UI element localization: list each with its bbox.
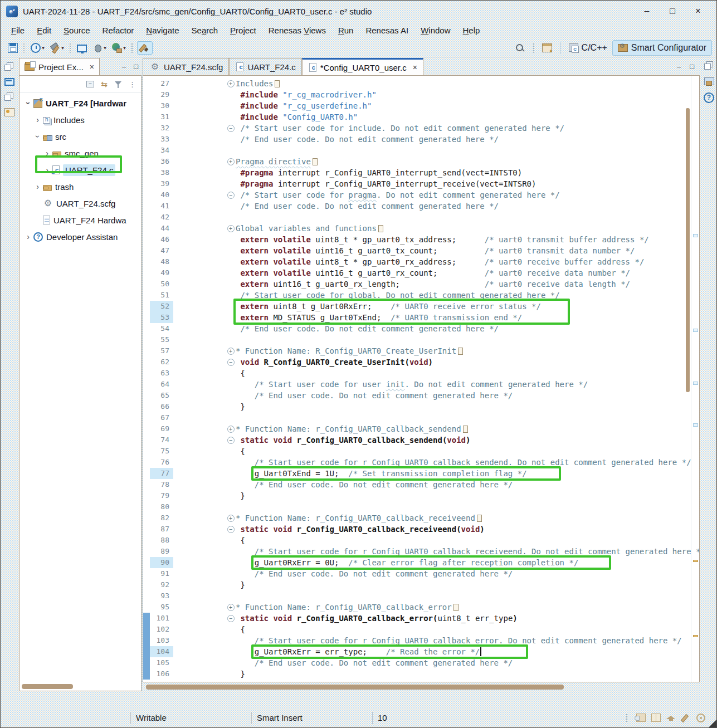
overview-marker-changed[interactable] (693, 560, 698, 562)
menu-search[interactable]: Search (186, 24, 225, 37)
dropdown-icon[interactable]: ▾ (42, 45, 45, 51)
code-line[interactable]: 103 /* Start user code for r Config UART… (143, 635, 699, 646)
fold-marker-icon[interactable]: + (226, 512, 236, 524)
minimize-view-icon[interactable]: – (122, 62, 126, 71)
close-icon[interactable]: × (90, 62, 94, 71)
code-line[interactable]: 78 /* End user code. Do not edit comment… (143, 479, 699, 490)
code-line[interactable]: 29 #include "r_cg_macrodriver.h" (143, 89, 699, 100)
code-line[interactable]: 33 /* End user code. Do not edit comment… (143, 134, 699, 145)
code-line[interactable]: 76 /* Start user code for r Config UART0… (143, 457, 699, 468)
run-button[interactable]: ▾ (110, 42, 128, 54)
overview-marker[interactable] (693, 382, 698, 385)
restore-view-icon-2[interactable] (4, 92, 14, 101)
vscroll-thumb[interactable] (686, 108, 690, 392)
fold-collapse-icon[interactable]: − (227, 526, 235, 533)
search-icon[interactable] (515, 43, 525, 53)
overview-marker[interactable] (693, 234, 698, 237)
link-with-editor-icon[interactable]: ⇆ (101, 80, 108, 89)
tutorial-icon[interactable] (666, 714, 676, 722)
code-line[interactable]: 49 extern volatile uint16_t g_uart0_rx_c… (143, 267, 699, 279)
menu-renesas-views[interactable]: Renesas Views (262, 24, 332, 37)
bookmark-icon[interactable] (636, 714, 646, 722)
overview-ruler[interactable] (691, 76, 699, 682)
hammer-button[interactable]: ▾ (48, 42, 66, 54)
monitor-button[interactable] (75, 42, 89, 53)
dropdown-icon[interactable]: ▾ (104, 45, 106, 51)
maximize-button[interactable]: □ (660, 3, 685, 19)
fold-marker-icon[interactable]: − (226, 356, 236, 368)
overview-marker[interactable] (693, 329, 698, 332)
code-line[interactable]: 30 #include "r_cg_userdefine.h" (143, 100, 699, 111)
book-icon[interactable] (651, 714, 661, 722)
project-explorer-hscrollbar[interactable] (21, 683, 140, 690)
code-line[interactable]: 55 (143, 334, 699, 345)
code-line[interactable]: 34 (143, 145, 699, 156)
code-line[interactable]: 95+* Function Name: r_Config_UART0_callb… (143, 602, 699, 613)
code-line[interactable]: 66 } (143, 401, 699, 412)
clock-button[interactable]: ▾ (29, 42, 46, 54)
hscroll-thumb[interactable] (146, 685, 564, 690)
restore-view-icon[interactable] (704, 61, 714, 70)
resize-grip[interactable] (709, 720, 716, 727)
code-line[interactable]: 64 /* Start user code for user init. Do … (143, 379, 699, 390)
code-line[interactable]: 67 (143, 412, 699, 423)
code-line[interactable]: 79 } (143, 490, 699, 501)
code-line[interactable]: 63 { (143, 368, 699, 379)
editor-tab-uart-f24-scfg[interactable]: ⚙UART_F24.scfg (143, 58, 229, 75)
code-line[interactable]: 69+* Function Name: r_Config_UART0_callb… (143, 423, 699, 434)
tree-item-includes[interactable]: ›Includes (19, 111, 141, 128)
fold-collapse-icon[interactable]: − (227, 125, 235, 132)
code-line[interactable]: 102 { (143, 624, 699, 635)
tree-expander-icon[interactable]: › (43, 149, 51, 158)
fold-marker-icon[interactable]: + (226, 423, 236, 434)
menu-help[interactable]: Help (457, 24, 486, 37)
tree-expander-icon[interactable]: › (24, 232, 32, 241)
code-line[interactable]: 65 /* End user code. Do not edit comment… (143, 390, 699, 401)
code-line[interactable]: 75 { (143, 446, 699, 457)
bug-button[interactable]: ▾ (91, 42, 108, 54)
code-line[interactable]: 92 } (143, 579, 699, 590)
fold-expand-icon[interactable]: + (227, 604, 235, 611)
fold-expand-icon[interactable]: + (227, 80, 235, 87)
fold-collapse-icon[interactable]: − (227, 437, 235, 444)
dropdown-icon[interactable]: ▾ (123, 45, 126, 51)
fold-expand-icon[interactable]: + (227, 225, 235, 232)
code-line[interactable]: 50 extern uint16_t g_uart0_rx_length; /*… (143, 279, 699, 290)
fold-marker-icon[interactable]: − (226, 123, 236, 134)
code-line[interactable]: 36+Pragma directive (143, 156, 699, 167)
code-line[interactable]: 105 /* End user code. Do not edit commen… (143, 657, 699, 668)
tree-expander-icon[interactable]: › (43, 165, 51, 174)
code-line[interactable]: 57+* Function Name: R_Config_UART0_Creat… (143, 345, 699, 356)
open-perspective-icon[interactable] (542, 43, 552, 52)
code-line[interactable]: 46 extern volatile uint8_t * gp_uart0_tx… (143, 234, 699, 245)
code-line[interactable]: 101− static void r_Config_UART0_callback… (143, 613, 699, 624)
menu-project[interactable]: Project (224, 24, 262, 37)
editor-tab-uart-f24-c[interactable]: UART_F24.c (229, 58, 301, 75)
fold-collapse-icon[interactable]: − (227, 192, 235, 199)
help-icon[interactable]: ? (704, 92, 714, 103)
tree-item-developer-assistan[interactable]: ›?Developer Assistan (19, 228, 141, 245)
tree-expander-icon[interactable]: › (33, 115, 42, 124)
menu-renesas-ai[interactable]: Renesas AI (359, 24, 414, 37)
code-line[interactable]: 74− static void r_Config_UART0_callback_… (143, 434, 699, 446)
code-line[interactable]: 40− /* Start user code for pragma. Do no… (143, 189, 699, 201)
maximize-view-icon[interactable]: □ (134, 62, 138, 71)
tree-expander-icon[interactable]: › (33, 133, 42, 141)
view-menu-icon[interactable]: ⋮ (129, 80, 135, 89)
fold-expand-icon[interactable]: + (227, 158, 235, 165)
fold-marker-icon[interactable]: + (226, 156, 236, 167)
brush-button[interactable] (137, 41, 153, 55)
menu-window[interactable]: Window (414, 24, 456, 37)
menu-edit[interactable]: Edit (31, 24, 57, 37)
code-line[interactable]: 106 } (143, 668, 699, 680)
code-line[interactable]: 82+* Function Name: r_Config_UART0_callb… (143, 512, 699, 524)
minimize-button[interactable]: – (634, 3, 660, 19)
menu-refactor[interactable]: Refactor (96, 24, 140, 37)
code-line[interactable]: 90 g_Uart0RxErr = 0U; /* Clear error fla… (143, 557, 699, 568)
code-line[interactable]: 38 #pragma interrupt r_Config_UART0_inte… (143, 167, 699, 178)
code-line[interactable]: 32− /* Start user code for include. Do n… (143, 123, 699, 134)
code-line[interactable]: 91 /* End user code. Do not edit comment… (143, 568, 699, 579)
fold-marker-icon[interactable]: + (226, 345, 236, 356)
dropdown-icon[interactable]: ▾ (61, 45, 64, 51)
fold-expand-icon[interactable]: + (227, 515, 235, 522)
